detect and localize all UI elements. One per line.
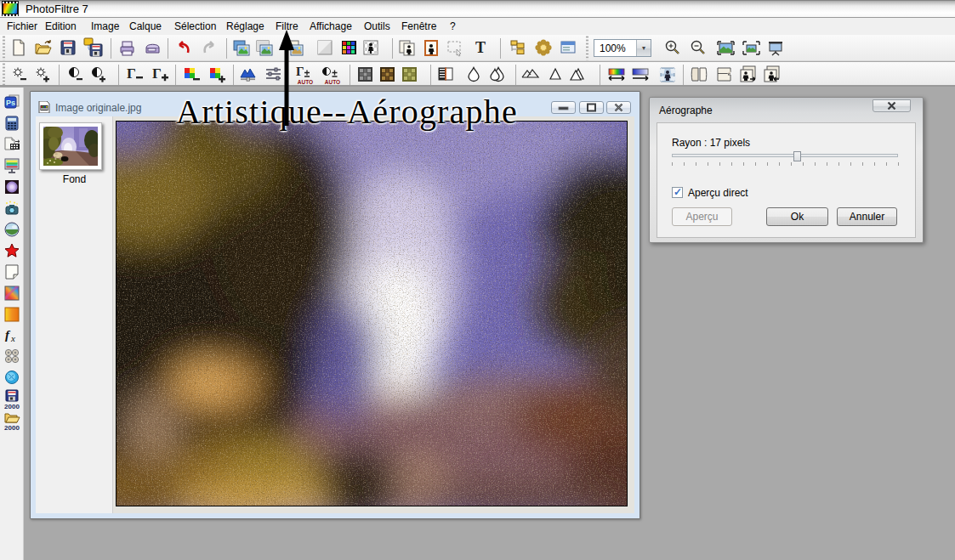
- svg-text:f: f: [5, 328, 11, 342]
- svg-text:x: x: [10, 333, 15, 343]
- svg-text:Γ: Γ: [127, 65, 136, 82]
- svg-text:T: T: [475, 39, 486, 56]
- svg-text:Γ: Γ: [152, 65, 162, 82]
- svg-text:AUTO: AUTO: [325, 79, 340, 85]
- svg-text:2000: 2000: [4, 403, 20, 410]
- svg-text:2000: 2000: [4, 424, 20, 431]
